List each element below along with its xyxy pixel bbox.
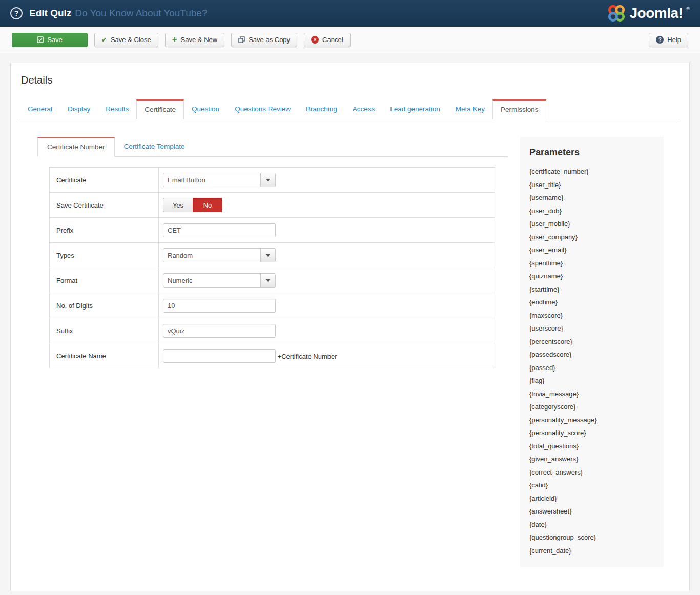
- form-row-certificate: Certificate Email Button: [50, 168, 495, 193]
- tab-lead-generation[interactable]: Lead generation: [382, 99, 448, 119]
- parameter-tag[interactable]: {personality_score}: [529, 426, 654, 440]
- form-row-types: Types Random: [50, 243, 495, 268]
- parameter-tag[interactable]: {personality_message}: [529, 414, 654, 427]
- page-title: Edit Quiz: [29, 8, 71, 19]
- parameter-tag[interactable]: {percentscore}: [529, 335, 654, 348]
- subtab-certificate-number[interactable]: Certificate Number: [37, 137, 115, 157]
- tab-questions-review[interactable]: Questions Review: [227, 99, 298, 119]
- parameter-tag[interactable]: {answersheet}: [529, 505, 654, 518]
- form-row-prefix: Prefix: [50, 218, 495, 243]
- save-close-button[interactable]: ✔ Save & Close: [94, 33, 158, 47]
- help-button[interactable]: ? Help: [649, 33, 688, 47]
- parameters-title: Parameters: [529, 147, 654, 158]
- suffix-label: Suffix: [50, 318, 159, 343]
- parameter-tag[interactable]: {starttime}: [529, 283, 654, 296]
- tab-question[interactable]: Question: [184, 99, 227, 119]
- parameter-tag[interactable]: {categoryscore}: [529, 400, 654, 414]
- chevron-down-icon[interactable]: [260, 249, 275, 262]
- digits-label: No. of Digits: [50, 293, 159, 318]
- cancel-button[interactable]: × Cancel: [304, 33, 350, 47]
- tab-branching[interactable]: Branching: [298, 99, 345, 119]
- prefix-input[interactable]: [163, 223, 276, 237]
- parameter-tag[interactable]: {articleid}: [529, 492, 654, 505]
- tab-meta-key[interactable]: Meta Key: [448, 99, 492, 119]
- parameter-tag[interactable]: {spenttime}: [529, 257, 654, 270]
- admin-header: ? Edit Quiz Do You Know About YouTube? J…: [0, 0, 700, 27]
- certificate-name-input[interactable]: [163, 349, 276, 363]
- tab-certificate[interactable]: Certificate: [136, 99, 184, 119]
- parameter-tag[interactable]: {user_company}: [529, 231, 654, 244]
- edit-quiz-panel: Details General Display Results Certific…: [10, 63, 690, 591]
- chevron-down-icon[interactable]: [260, 274, 275, 287]
- form-row-digits: No. of Digits: [50, 293, 495, 318]
- joomla-logo-icon: [607, 4, 626, 23]
- suffix-input[interactable]: [163, 324, 276, 338]
- save-icon: [37, 36, 44, 43]
- parameter-tag[interactable]: {date}: [529, 518, 654, 531]
- quiz-help-icon: ?: [10, 7, 23, 19]
- tab-display[interactable]: Display: [60, 99, 98, 119]
- certificate-label: Certificate: [50, 168, 159, 193]
- details-tabs: General Display Results Certificate Ques…: [20, 99, 680, 119]
- certificate-form-column: Certificate Number Certificate Template …: [37, 137, 508, 567]
- tab-results[interactable]: Results: [98, 99, 136, 119]
- parameter-tag[interactable]: {certificate_number}: [529, 165, 654, 178]
- save-certificate-yes-button[interactable]: Yes: [163, 198, 193, 212]
- toolbar: Save ✔ Save & Close + Save & New Save as…: [0, 27, 700, 53]
- tab-access[interactable]: Access: [345, 99, 383, 119]
- joomla-logo: Joomla! ®: [607, 4, 690, 23]
- parameter-tag[interactable]: {username}: [529, 191, 654, 204]
- form-row-save-certificate: Save Certificate Yes No: [50, 193, 495, 218]
- parameters-panel: Parameters {certificate_number}{user_tit…: [520, 137, 664, 567]
- tab-general[interactable]: General: [20, 99, 60, 119]
- certificate-tab-content: Certificate Number Certificate Template …: [11, 119, 689, 591]
- form-row-certificate-name: Certificate Name +Certificate Number: [50, 343, 495, 368]
- parameter-tag[interactable]: {user_email}: [529, 243, 654, 257]
- types-select[interactable]: Random: [163, 248, 276, 262]
- parameter-tag[interactable]: {endtime}: [529, 296, 654, 309]
- parameter-tag[interactable]: {userscore}: [529, 322, 654, 335]
- save-as-copy-button[interactable]: Save as Copy: [231, 33, 297, 47]
- parameter-tag[interactable]: {maxscore}: [529, 309, 654, 322]
- parameter-tag[interactable]: {correct_answers}: [529, 466, 654, 479]
- check-icon: ✔: [101, 36, 107, 43]
- format-select[interactable]: Numeric: [163, 273, 276, 288]
- parameter-tag[interactable]: {quizname}: [529, 270, 654, 283]
- parameter-tag[interactable]: {user_title}: [529, 178, 654, 192]
- parameter-tag[interactable]: {passedscore}: [529, 348, 654, 361]
- format-label: Format: [50, 268, 159, 293]
- copy-icon: [238, 36, 245, 43]
- parameter-tag[interactable]: {current_date}: [529, 544, 654, 558]
- certificate-select[interactable]: Email Button: [163, 173, 276, 187]
- save-button[interactable]: Save: [12, 33, 88, 47]
- plus-icon: +: [172, 35, 177, 44]
- form-row-format: Format Numeric: [50, 268, 495, 293]
- certificate-subtabs: Certificate Number Certificate Template: [37, 137, 508, 157]
- page-subtitle: Do You Know About YouTube?: [75, 8, 207, 19]
- certificate-number-form: Certificate Email Button Save Certificat…: [49, 167, 495, 368]
- parameter-tag[interactable]: {passed}: [529, 361, 654, 375]
- registered-mark: ®: [686, 6, 690, 11]
- subtab-certificate-template[interactable]: Certificate Template: [115, 137, 194, 157]
- parameters-list: {certificate_number}{user_title}{usernam…: [529, 165, 654, 557]
- parameter-tag[interactable]: {flag}: [529, 374, 654, 387]
- save-new-button[interactable]: + Save & New: [165, 33, 224, 47]
- joomla-logo-text: Joomla!: [630, 5, 683, 22]
- parameter-tag[interactable]: {trivia_message}: [529, 387, 654, 401]
- parameter-tag[interactable]: {user_dob}: [529, 204, 654, 218]
- details-heading: Details: [11, 63, 689, 99]
- digits-input[interactable]: [163, 299, 276, 313]
- save-certificate-no-button[interactable]: No: [193, 198, 222, 212]
- tab-permissions[interactable]: Permissions: [492, 99, 547, 119]
- chevron-down-icon[interactable]: [260, 173, 275, 187]
- prefix-label: Prefix: [50, 218, 159, 243]
- form-row-suffix: Suffix: [50, 318, 495, 343]
- parameter-tag[interactable]: {given_answers}: [529, 453, 654, 466]
- types-label: Types: [50, 243, 159, 268]
- parameter-tag[interactable]: {catid}: [529, 479, 654, 492]
- parameter-tag[interactable]: {questiongroup_score}: [529, 531, 654, 544]
- parameter-tag[interactable]: {total_questions}: [529, 440, 654, 453]
- cancel-icon: ×: [311, 36, 319, 44]
- parameter-tag[interactable]: {user_mobile}: [529, 217, 654, 231]
- save-certificate-toggle: Yes No: [163, 198, 222, 212]
